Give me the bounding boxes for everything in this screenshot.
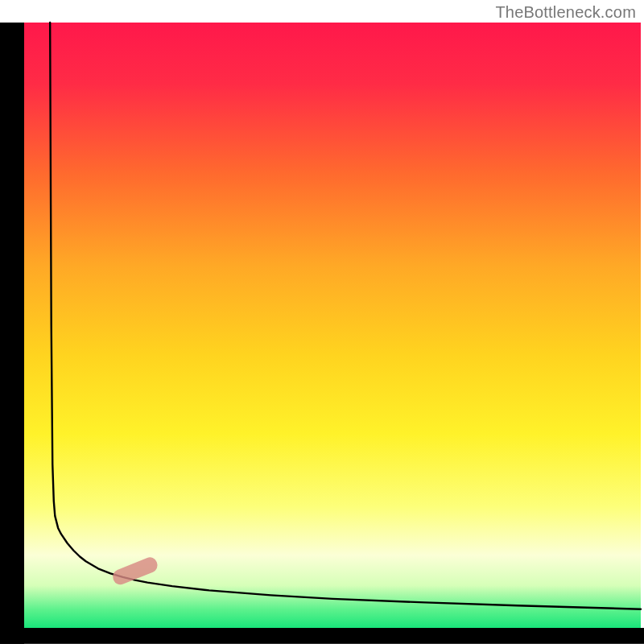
bottleneck-chart xyxy=(0,0,644,644)
chart-container: TheBottleneck.com xyxy=(0,0,644,644)
plot-area xyxy=(24,23,641,628)
x-axis xyxy=(0,628,644,644)
watermark-label: TheBottleneck.com xyxy=(495,3,636,22)
y-axis xyxy=(0,23,24,644)
